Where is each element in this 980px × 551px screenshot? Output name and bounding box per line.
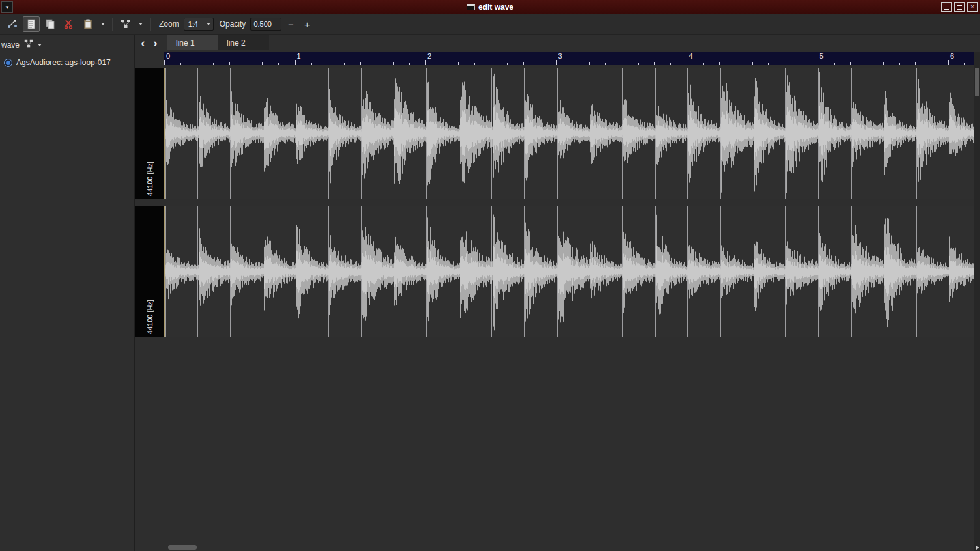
paste-dropdown-button[interactable] xyxy=(98,16,108,32)
ruler-tick xyxy=(328,62,328,65)
wave-tool-icon[interactable] xyxy=(23,38,34,51)
copy-button[interactable] xyxy=(42,16,59,32)
ruler-tick xyxy=(964,63,965,65)
maximize-button[interactable] xyxy=(954,2,965,12)
samplerate-strip: 44100 [Hz] xyxy=(135,68,164,199)
tab-bar: line 1 line 2 xyxy=(167,35,269,50)
tab-line-1[interactable]: line 1 xyxy=(167,35,218,50)
cut-button[interactable] xyxy=(61,16,78,32)
waveform-canvas-1[interactable] xyxy=(165,68,974,199)
title-center: edit wave xyxy=(0,3,980,12)
ruler-tick xyxy=(703,63,704,65)
ruler-tick xyxy=(638,63,639,65)
wave-editor: ‹ › line 1 line 2 0123456 44100 [Hz] 441… xyxy=(135,35,980,551)
ruler-number: 2 xyxy=(427,52,431,60)
samplerate-label: 44100 [Hz] xyxy=(146,162,154,196)
minimize-button[interactable] xyxy=(941,2,952,12)
samplerate-label: 44100 [Hz] xyxy=(146,300,154,334)
tool-popup-button[interactable] xyxy=(117,16,134,32)
position-tool-button[interactable] xyxy=(4,16,21,32)
tab-next-button[interactable]: › xyxy=(149,35,162,50)
machine-label: AgsAudiorec: ags-loop-017 xyxy=(16,58,111,67)
scroll-right-arrow-icon[interactable] xyxy=(976,546,979,550)
ruler-tick xyxy=(752,62,753,65)
vertical-scrollbar[interactable] xyxy=(974,52,980,551)
tab-prev-button[interactable]: ‹ xyxy=(137,35,149,50)
tab-nav: ‹ › xyxy=(137,35,162,50)
samplerate-strip: 44100 [Hz] xyxy=(135,206,164,337)
minimize-icon xyxy=(944,9,949,10)
time-ruler[interactable]: 0123456 xyxy=(164,52,974,65)
ruler-tick xyxy=(278,63,279,65)
horizontal-scrollbar-handle[interactable] xyxy=(168,545,197,550)
ruler-tick xyxy=(442,63,442,65)
edit-tool-icon xyxy=(25,18,37,30)
ruler-tick xyxy=(670,63,671,65)
ruler-tick xyxy=(589,62,590,65)
titlebar: ▾ edit wave × xyxy=(0,0,980,14)
paste-button[interactable] xyxy=(79,16,96,32)
window-menu-icon: ▾ xyxy=(6,4,9,10)
window-menu-button[interactable]: ▾ xyxy=(1,1,13,13)
tool-dropdown-button[interactable] xyxy=(136,16,145,32)
ruler-tick xyxy=(540,63,540,65)
ruler-tick xyxy=(393,62,394,65)
ruler-tick xyxy=(311,63,312,65)
toolbar: Zoom 1:4 Opacity − + xyxy=(0,14,980,35)
tool-boxes-icon xyxy=(120,18,132,30)
ruler-tick xyxy=(948,60,949,65)
vertical-scrollbar-handle[interactable] xyxy=(975,68,979,96)
window-controls: × xyxy=(939,2,978,12)
ruler-tick xyxy=(915,62,916,65)
machine-radio[interactable] xyxy=(4,59,12,67)
ruler-tick xyxy=(556,60,557,65)
ruler-tick xyxy=(213,63,214,65)
ruler-number: 6 xyxy=(950,52,954,60)
ruler-tick xyxy=(295,60,296,65)
ruler-tick xyxy=(344,63,345,65)
sidebar: wave AgsAudiorec: ags-loop-017 xyxy=(0,35,134,551)
ruler-tick xyxy=(197,62,197,65)
opacity-decrease-button[interactable]: − xyxy=(283,17,298,31)
opacity-input[interactable] xyxy=(250,18,281,31)
opacity-label: Opacity xyxy=(220,20,246,29)
ruler-tick xyxy=(622,62,622,65)
ruler-tick xyxy=(932,63,932,65)
ruler-tick xyxy=(180,63,181,65)
ruler-tick xyxy=(883,62,884,65)
cut-icon xyxy=(63,18,75,30)
ruler-tick xyxy=(507,63,508,65)
ruler-tick xyxy=(605,63,606,65)
ruler-tick xyxy=(867,63,867,65)
window-title: edit wave xyxy=(478,3,513,12)
zoom-combobox[interactable]: 1:4 xyxy=(184,18,214,31)
maximize-icon xyxy=(957,5,962,10)
ruler-tick xyxy=(474,63,475,65)
paste-icon xyxy=(82,18,94,30)
close-button[interactable]: × xyxy=(967,2,978,12)
waveform-canvas-2[interactable] xyxy=(165,206,974,337)
ruler-number: 5 xyxy=(820,52,824,60)
ruler-tick xyxy=(785,62,785,65)
ruler-tick xyxy=(229,62,230,65)
horizontal-scrollbar[interactable] xyxy=(135,544,974,550)
chevron-down-icon xyxy=(139,23,143,25)
ruler-tick xyxy=(409,63,410,65)
ruler-tick xyxy=(360,62,361,65)
toolbar-separator xyxy=(150,18,151,31)
machine-list-item[interactable]: AgsAudiorec: ags-loop-017 xyxy=(0,51,134,67)
ruler-tick xyxy=(654,62,655,65)
opacity-increase-button[interactable]: + xyxy=(300,17,314,31)
edit-tool-button[interactable] xyxy=(23,16,40,32)
ruler-tick xyxy=(246,63,246,65)
ruler-number: 1 xyxy=(297,52,301,60)
tab-line-2[interactable]: line 2 xyxy=(218,35,269,50)
waveform-area-2 xyxy=(164,206,974,337)
chevron-down-icon xyxy=(207,23,210,25)
close-icon: × xyxy=(970,3,974,10)
chevron-down-icon[interactable] xyxy=(38,44,42,46)
wave-section-label: wave xyxy=(1,40,20,49)
ruler-tick xyxy=(262,62,263,65)
waveform-area-1 xyxy=(164,68,974,199)
toolbar-separator xyxy=(112,18,113,31)
